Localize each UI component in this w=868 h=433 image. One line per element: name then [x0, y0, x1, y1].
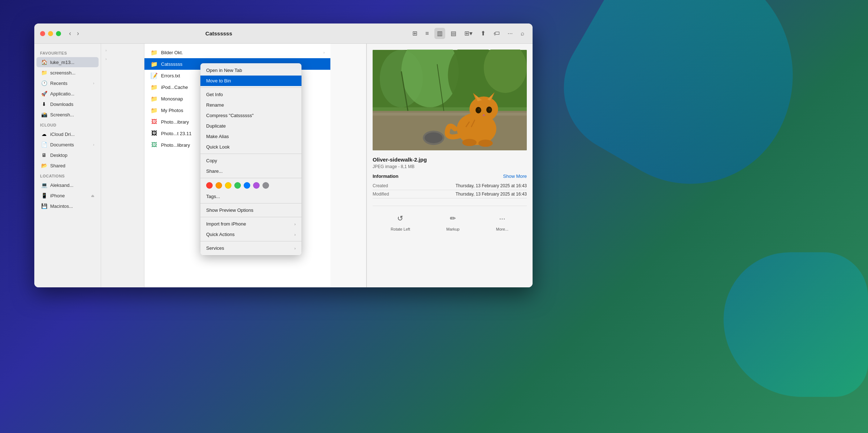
parent-space-item[interactable]: › — [101, 54, 144, 63]
menu-item-quick-look[interactable]: Quick Look — [200, 142, 301, 152]
menu-item-make-alias[interactable]: Make Alias — [200, 131, 301, 142]
sidebar-item-screenshots[interactable]: 📁 screenssh... — [36, 68, 99, 78]
color-tags-row — [200, 180, 301, 191]
import-iphone-arrow: › — [294, 222, 296, 226]
color-tag-yellow[interactable] — [225, 182, 231, 189]
more-preview-button[interactable]: ··· More... — [496, 212, 509, 231]
close-button[interactable] — [40, 31, 45, 36]
menu-item-compress[interactable]: Compress "Catssssss" — [200, 110, 301, 121]
view-columns-button[interactable]: ▥ — [434, 28, 445, 39]
sidebar-item-desktop[interactable]: 🖥 Desktop — [36, 150, 99, 160]
svg-point-18 — [478, 108, 480, 111]
preview-image-container — [373, 50, 527, 151]
photo-library2-icon: 🖼 — [150, 141, 158, 149]
file-item-bilder-okt[interactable]: 📁 Bilder Okt. › — [144, 47, 330, 58]
menu-item-rename[interactable]: Rename — [200, 100, 301, 110]
menu-item-tags[interactable]: Tags... — [200, 191, 301, 202]
menu-item-quick-actions[interactable]: Quick Actions › — [200, 229, 301, 240]
menu-item-open-new-tab[interactable]: Open in New Tab — [200, 65, 301, 76]
sidebar-label-downloads: Downloads — [50, 102, 73, 107]
sidebar-label-macintos: Macintos... — [50, 203, 73, 209]
more-button[interactable]: ··· — [505, 28, 515, 39]
menu-item-copy[interactable]: Copy — [200, 155, 301, 166]
sidebar-item-documents[interactable]: 📄 Documents › — [36, 140, 99, 150]
color-tag-gray[interactable] — [262, 182, 269, 189]
folder-icon-myphotos: 📁 — [150, 106, 158, 114]
view-gallery-button[interactable]: ▤ — [448, 28, 459, 39]
color-tag-blue[interactable] — [244, 182, 250, 189]
sidebar-item-aleksand[interactable]: 💻 Aleksand... — [36, 180, 99, 190]
sidebar-label-documents: Documents — [50, 142, 74, 147]
view-list-button[interactable]: ≡ — [423, 28, 431, 39]
file-name-photo-t: Photo...t 23.11 — [161, 131, 192, 136]
sidebar-item-shared[interactable]: 📂 Shared — [36, 160, 99, 171]
menu-label-tags: Tags... — [206, 194, 296, 199]
parent-column: › › — [101, 44, 144, 287]
sidebar-item-macintos[interactable]: 💾 Macintos... — [36, 201, 99, 211]
sidebar-label-iphone: iPhone — [50, 193, 65, 198]
rotate-left-icon: ↺ — [394, 212, 407, 225]
tag-button[interactable]: 🏷 — [491, 28, 502, 39]
sidebar-item-iphone[interactable]: 📱 iPhone ⏏ — [36, 190, 99, 201]
sidebar-item-screenshots2[interactable]: 📸 Screensh... — [36, 110, 99, 120]
search-button[interactable]: ⌕ — [518, 28, 527, 39]
parent-item-1[interactable]: › — [101, 47, 144, 54]
sidebar-item-icloud-drive[interactable]: ☁ iCloud Dri... — [36, 129, 99, 139]
menu-separator-1 — [200, 87, 301, 88]
preview-filename: Oliver-sidewalk-2.jpg — [373, 157, 527, 163]
sidebar-item-recents[interactable]: 🕐 Recents › — [36, 78, 99, 88]
menu-item-get-info[interactable]: Get Info — [200, 89, 301, 100]
menu-label-rename: Rename — [206, 102, 296, 108]
preview-actions: ↺ Rotate Left ✏ Markup ··· More... — [373, 206, 527, 231]
menu-item-move-to-bin[interactable]: Move to Bin — [200, 76, 301, 86]
sidebar-item-downloads[interactable]: ⬇ Downloads — [36, 99, 99, 109]
sidebar-item-home[interactable]: 🏠 luke_m13... — [36, 57, 99, 67]
menu-separator-6 — [200, 241, 301, 241]
sidebar-item-applications[interactable]: 🚀 Applicatio... — [36, 89, 99, 99]
view-grid-button[interactable]: ⊞ — [410, 28, 420, 39]
favourites-section-title: Favourites — [34, 48, 101, 57]
preview-modified-label: Modified — [373, 192, 389, 197]
color-tag-orange[interactable] — [216, 182, 222, 189]
sidebar-label-screenshots2: Screensh... — [50, 112, 74, 117]
share-button[interactable]: ⬆ — [478, 28, 488, 39]
color-tag-green[interactable] — [234, 182, 241, 189]
sidebar-label-aleksand: Aleksand... — [50, 183, 73, 188]
maximize-button[interactable] — [56, 31, 61, 36]
svg-rect-9 — [373, 113, 527, 116]
preview-show-more[interactable]: Show More — [503, 173, 527, 179]
menu-label-share: Share... — [206, 168, 296, 174]
menu-label-services: Services — [206, 245, 291, 251]
menu-item-share[interactable]: Share... — [200, 166, 301, 176]
svg-point-11 — [469, 97, 498, 122]
markup-label: Markup — [446, 227, 460, 231]
menu-label-show-preview-options: Show Preview Options — [206, 207, 296, 213]
group-button[interactable]: ⊞▾ — [462, 28, 475, 39]
menu-label-duplicate: Duplicate — [206, 123, 296, 129]
file-name-catssssss: Catssssss — [161, 61, 182, 67]
nav-forward-button[interactable]: › — [75, 28, 81, 39]
context-menu: Open in New Tab Move to Bin Get Info Ren… — [200, 63, 301, 255]
sidebar-label-recents: Recents — [50, 81, 68, 86]
menu-item-duplicate[interactable]: Duplicate — [200, 121, 301, 131]
menu-item-import-from-iphone[interactable]: Import from iPhone › — [200, 219, 301, 229]
folder-icon-monosnap: 📁 — [150, 95, 158, 103]
sidebar-label-screenshots: screenssh... — [50, 70, 75, 76]
sidebar-label-icloud-drive: iCloud Dri... — [50, 132, 75, 137]
sidebar-label-desktop: Desktop — [50, 153, 68, 158]
minimize-button[interactable] — [48, 31, 53, 36]
preview-created-label: Created — [373, 183, 388, 188]
preview-area: Oliver-sidewalk-2.jpg JPEG image - 8,1 M… — [366, 44, 533, 287]
menu-label-quick-look: Quick Look — [206, 144, 296, 150]
rotate-left-button[interactable]: ↺ Rotate Left — [391, 212, 410, 231]
txt-icon-errors: 📝 — [150, 72, 158, 80]
menu-item-services[interactable]: Services › — [200, 243, 301, 253]
menu-item-show-preview-options[interactable]: Show Preview Options — [200, 205, 301, 215]
markup-icon: ✏ — [446, 212, 459, 225]
color-tag-red[interactable] — [206, 182, 213, 189]
folder-icon-ipod: 📁 — [150, 83, 158, 91]
markup-button[interactable]: ✏ Markup — [446, 212, 460, 231]
preview-image-svg — [373, 50, 527, 151]
nav-back-button[interactable]: ‹ — [67, 28, 73, 39]
color-tag-purple[interactable] — [253, 182, 260, 189]
